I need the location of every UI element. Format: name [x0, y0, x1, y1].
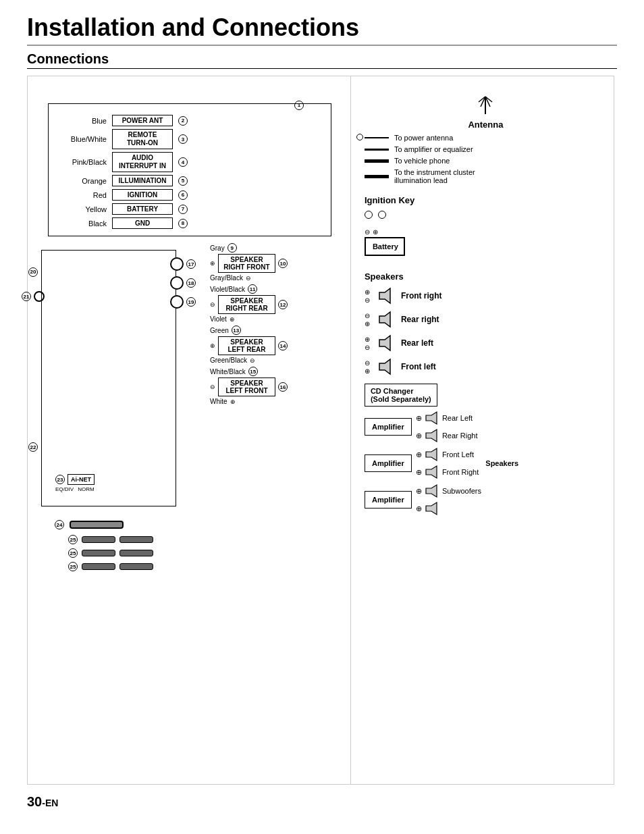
spk-rear-left: ⊕ ⊖ Rear left [365, 333, 607, 353]
green-black-label: Green/Black ⊖ [210, 357, 344, 364]
battery-section: Ignition Key ⊖ ⊕ Battery [365, 195, 607, 262]
eq-norm: EQ/DIV NORM [55, 486, 95, 492]
antenna-icon-area: Antenna [365, 90, 607, 130]
diagram-container: 1 Blue POWER ANT 2 Blue/White REMOTETURN… [27, 76, 614, 785]
rca-24: 24 [55, 520, 344, 529]
cd-amp-section: CD Changer(Sold Separately) Amplifier ⊕ … [365, 384, 607, 516]
green-label: Green 13 [210, 325, 344, 335]
amp-rear: Amplifier ⊕ Rear Left ⊕ Rear Right [365, 411, 607, 443]
amp-rear-outputs: ⊕ Rear Left ⊕ Rear Right [416, 411, 478, 443]
white-black-label: White/Black 15 [210, 367, 344, 376]
rca-17: 17 [170, 257, 196, 271]
speakers-section: Speakers ⊕ ⊖ Front right ⊖ ⊕ [365, 271, 607, 377]
rca-area: 17 18 19 [170, 257, 196, 309]
amp-sub-outputs: ⊕ Subwoofers ⊕ [416, 484, 481, 516]
svg-marker-12 [426, 466, 437, 478]
svg-marker-5 [379, 288, 390, 303]
speaker-wiring: Gray 9 ⊕ SPEAKERRIGHT FRONT 10 Gray/Blac… [210, 243, 344, 513]
gray-label: Gray 9 [210, 243, 344, 253]
num-21: 21 [22, 291, 45, 302]
amp-sub: Amplifier ⊕ Subwoofers ⊕ [365, 484, 607, 516]
amp-rear-right: ⊕ Rear Right [416, 428, 478, 443]
page-title: Installation and Connections [27, 14, 617, 46]
lower-left: 17 18 19 20 21 [34, 243, 344, 513]
amp-label-2: Amplifier [365, 454, 412, 472]
num-22: 22 [28, 440, 38, 452]
antenna-item-power: To power antenna [365, 134, 607, 142]
rca-19: 19 [170, 295, 196, 309]
svg-marker-13 [426, 485, 437, 497]
connector-1: 1 [294, 101, 304, 110]
wire-row-battery: Yellow BATTERY 7 [53, 203, 327, 215]
wire-row-power-ant: Blue POWER ANT 2 [53, 115, 327, 126]
right-panel: Antenna To power antenna To amplifier or… [351, 76, 614, 784]
wire-row-remote: Blue/White REMOTETURN-ON 3 [53, 129, 327, 149]
cd-changer-label: CD Changer(Sold Separately) [365, 384, 437, 407]
antenna-section: Antenna To power antenna To amplifier or… [365, 90, 607, 184]
antenna-item-phone: To vehicle phone [365, 157, 607, 165]
amp-rear-left: ⊕ Rear Left [416, 411, 478, 425]
svg-marker-9 [426, 412, 437, 424]
speaker-icon-rear-left [375, 333, 396, 353]
amp-front-right: ⊕ Front Right [416, 465, 479, 479]
wire-row-illum: Orange ILLUMINATION 5 [53, 175, 327, 186]
ai-net-section: 23 Ai-NET EQ/DIV NORM [55, 474, 95, 492]
amp-front: Amplifier ⊕ Front Left ⊕ Front Right Spe… [365, 447, 607, 479]
spk-right-front: ⊕ SPEAKERRIGHT FRONT 10 [210, 254, 344, 273]
sub-box: 17 18 19 20 21 [41, 250, 176, 506]
svg-marker-6 [379, 312, 390, 327]
speaker-icon-rear-right [375, 309, 396, 330]
bottom-rca: 24 25 25 25 [55, 520, 344, 571]
amp-label-1: Amplifier [365, 418, 412, 436]
white-label: White ⊕ [210, 398, 344, 405]
svg-marker-14 [426, 502, 437, 515]
num-20: 20 [28, 264, 38, 277]
wire-row-ignition: Red IGNITION 6 [53, 189, 327, 201]
rca-outputs: 25 25 25 [68, 535, 344, 571]
speaker-icon-front-right [375, 286, 396, 306]
section-title: Connections [27, 51, 617, 69]
main-wiring-box: 1 Blue POWER ANT 2 Blue/White REMOTETURN… [48, 103, 331, 236]
battery-display: ⊖ ⊕ Battery [365, 228, 607, 262]
speaker-icon-front-left [375, 357, 396, 377]
violet-label: Violet ⊕ [210, 315, 344, 323]
gray-black-label: Gray/Black ⊖ [210, 274, 344, 282]
amp-label-3: Amplifier [365, 491, 412, 509]
page-number: 30-EN [27, 794, 617, 810]
amp-front-left: ⊕ Front Left [416, 447, 479, 462]
svg-marker-8 [379, 359, 390, 374]
svg-marker-10 [426, 429, 437, 442]
left-panel: 1 Blue POWER ANT 2 Blue/White REMOTETURN… [28, 76, 351, 784]
wire-row-audio: Pink/Black AUDIOINTERRUPT IN 4 [53, 152, 327, 172]
battery-icon: ⊖ ⊕ Battery [365, 228, 405, 262]
spk-left-front: ⊖ SPEAKERLEFT FRONT 16 [210, 377, 344, 396]
spk-front-right: ⊕ ⊖ Front right [365, 286, 607, 306]
circle-sym-1 [365, 211, 373, 219]
wire-row-gnd: Black GND 8 [53, 217, 327, 229]
spk-rear-right: ⊖ ⊕ Rear right [365, 309, 607, 330]
rca-25c: 25 [68, 562, 344, 571]
svg-marker-7 [379, 336, 390, 350]
spk-right-rear: ⊖ SPEAKERRIGHT REAR 12 [210, 295, 344, 314]
violet-black-label: Violet/Black 11 [210, 284, 344, 294]
antenna-item-cluster: To the instrument clusterillumination le… [365, 168, 607, 184]
rca-25a: 25 [68, 535, 344, 544]
antenna-item-amp: To amplifier or equalizer [365, 145, 607, 153]
wiring-table: Blue POWER ANT 2 Blue/White REMOTETURN-O… [53, 115, 327, 229]
spk-left-rear: ⊕ SPEAKERLEFT REAR 14 [210, 336, 344, 355]
svg-marker-11 [426, 448, 437, 461]
rca-25b: 25 [68, 548, 344, 558]
amp-sub-1: ⊕ Subwoofers [416, 484, 481, 498]
speakers-side-label: Speakers [485, 459, 518, 467]
amp-sub-2: ⊕ [416, 501, 481, 516]
ignition-symbols [365, 211, 607, 219]
circle-sym-2 [378, 211, 386, 219]
rca-18: 18 [170, 276, 196, 290]
spk-front-left: ⊖ ⊕ Front left [365, 357, 607, 377]
amp-front-outputs: ⊕ Front Left ⊕ Front Right [416, 447, 479, 479]
